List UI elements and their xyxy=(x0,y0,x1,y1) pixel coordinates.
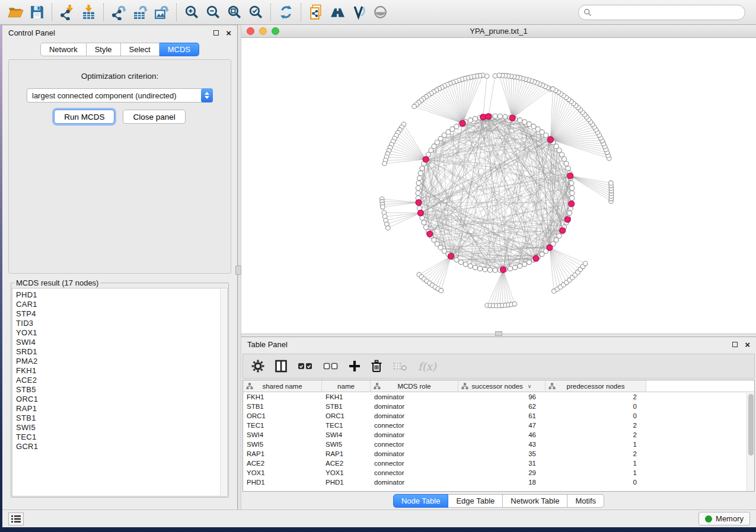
search-input[interactable] xyxy=(595,8,740,17)
cell-MCDS-role: connector xyxy=(371,469,458,476)
network-titlebar[interactable]: YPA_prune.txt_1 xyxy=(241,25,756,38)
tab-style[interactable]: Style xyxy=(87,43,121,56)
tab-motifs[interactable]: Motifs xyxy=(567,494,604,508)
cell-successor-nodes: 96 xyxy=(458,393,546,400)
cell-successor-nodes: 31 xyxy=(458,460,546,467)
table-row[interactable]: SWI5SWI5connector431 xyxy=(243,440,754,449)
deselect-all-rows-button[interactable] xyxy=(323,361,339,371)
add-column-button[interactable] xyxy=(349,360,361,372)
cell-name: ORC1 xyxy=(322,412,371,419)
toolbar-separator xyxy=(103,4,104,21)
memory-button[interactable]: Memory xyxy=(698,512,750,525)
splitter-grip[interactable] xyxy=(495,331,502,336)
cell-successor-nodes: 43 xyxy=(458,441,546,448)
mcds-result-item[interactable]: SRD1 xyxy=(16,347,227,357)
export-table-button[interactable] xyxy=(129,2,151,23)
scrollbar-thumb[interactable] xyxy=(748,394,754,456)
table-row[interactable]: PHD1PHD1dominator180 xyxy=(243,477,754,487)
export-network-button[interactable] xyxy=(108,2,129,23)
toolbar-separator xyxy=(301,4,301,21)
search-field[interactable] xyxy=(578,5,745,20)
column-header-predecessor-nodes[interactable]: predecessor nodes xyxy=(546,380,646,392)
table-row[interactable]: ACE2ACE2connector311 xyxy=(243,459,754,468)
cell-name: ACE2 xyxy=(322,460,371,467)
mcds-result-item[interactable]: ACE2 xyxy=(16,376,227,385)
import-table-icon xyxy=(81,4,97,20)
table-row[interactable]: TEC1TEC1connector472 xyxy=(243,421,754,430)
table-header-row: shared namenameMCDS rolesuccessor nodes∨… xyxy=(243,380,754,392)
mcds-result-item[interactable]: CAR1 xyxy=(16,300,227,309)
mcds-result-item[interactable]: TEC1 xyxy=(16,432,227,442)
table-scrollbar[interactable] xyxy=(747,393,754,491)
new-network-from-selection-button[interactable] xyxy=(305,2,327,23)
show-hide-button[interactable] xyxy=(369,2,391,23)
table-row[interactable]: FKH1FKH1dominator962 xyxy=(243,392,754,402)
zoom-out-button[interactable] xyxy=(202,2,224,23)
horizontal-splitter[interactable] xyxy=(241,334,756,337)
column-header-shared-name[interactable]: shared name xyxy=(243,380,322,392)
mcds-result-item[interactable]: TID3 xyxy=(16,319,227,328)
select-all-rows-button[interactable] xyxy=(298,361,313,371)
close-panel-button[interactable]: Close panel xyxy=(123,110,185,124)
column-header-name[interactable]: name xyxy=(322,380,371,392)
close-panel-icon[interactable]: × xyxy=(226,30,231,36)
table-row[interactable]: RAP1RAP1dominator352 xyxy=(243,449,754,459)
mcds-result-item[interactable]: PMA2 xyxy=(16,357,227,366)
mcds-result-item[interactable]: PHD1 xyxy=(16,290,227,300)
mcds-result-item[interactable]: STP4 xyxy=(16,309,227,319)
network-graph[interactable] xyxy=(241,38,756,334)
apply-style-button[interactable] xyxy=(348,2,369,23)
tab-network-table[interactable]: Network Table xyxy=(503,494,567,508)
table-row[interactable]: YOX1YOX1connector291 xyxy=(243,468,754,477)
float-panel-icon[interactable] xyxy=(732,342,738,347)
tab-node-table[interactable]: Node Table xyxy=(393,494,449,508)
zoom-in-button[interactable] xyxy=(181,2,202,23)
optimization-criterion-select[interactable]: largest connected component (undirected) xyxy=(27,88,213,102)
mcds-result-item[interactable]: STB1 xyxy=(16,414,227,423)
run-mcds-button[interactable]: Run MCDS xyxy=(54,110,114,124)
splitter-grip[interactable] xyxy=(235,265,241,275)
mcds-result-item[interactable]: RAP1 xyxy=(16,404,227,414)
mcds-result-item[interactable]: SWI4 xyxy=(16,338,227,347)
tab-mcds[interactable]: MCDS xyxy=(160,43,199,56)
table-row[interactable]: ORC1ORC1dominator610 xyxy=(243,411,754,421)
import-network-button[interactable] xyxy=(56,2,78,23)
mcds-result-item[interactable]: ORC1 xyxy=(16,395,227,404)
cell-successor-nodes: 35 xyxy=(458,450,546,457)
zoom-fit-button[interactable] xyxy=(224,2,245,23)
table-row[interactable]: STB1STB1dominator620 xyxy=(243,402,754,411)
save-session-button[interactable] xyxy=(26,2,47,23)
export-image-button[interactable] xyxy=(151,2,172,23)
refresh-button[interactable] xyxy=(275,2,296,23)
mcds-result-list[interactable]: PHD1CAR1STP4TID3YOX1SWI4SRD1PMA2FKH1ACE2… xyxy=(12,288,228,496)
tab-network[interactable]: Network xyxy=(40,43,87,56)
table-row[interactable]: SWI4SWI4dominator462 xyxy=(243,430,754,440)
tab-edge-table[interactable]: Edge Table xyxy=(448,494,503,508)
task-history-button[interactable] xyxy=(8,512,24,525)
open-file-button[interactable] xyxy=(5,2,26,23)
close-panel-icon[interactable]: × xyxy=(745,342,750,348)
import-table-button[interactable] xyxy=(78,2,99,23)
zoom-fit-icon xyxy=(227,4,243,20)
column-header-MCDS-role[interactable]: MCDS role xyxy=(371,380,458,392)
column-type-icon xyxy=(548,383,556,391)
mcds-result-item[interactable]: YOX1 xyxy=(16,328,227,338)
delete-column-button[interactable] xyxy=(371,360,382,373)
float-panel-icon[interactable] xyxy=(213,30,219,36)
mcds-list-scrollbar[interactable] xyxy=(220,289,227,495)
zoom-selected-button[interactable] xyxy=(245,2,266,23)
table-settings-button[interactable] xyxy=(251,360,264,373)
mcds-result-item[interactable]: SWI5 xyxy=(16,423,227,432)
mcds-result-item[interactable]: FKH1 xyxy=(16,366,227,376)
column-label: name xyxy=(337,383,355,390)
column-header-successor-nodes[interactable]: successor nodes∨ xyxy=(458,380,546,392)
mcds-result-group: MCDS result (17 nodes) PHD1CAR1STP4TID3Y… xyxy=(11,278,229,498)
mcds-result-item[interactable]: STB5 xyxy=(16,385,227,395)
tab-select[interactable]: Select xyxy=(121,43,160,56)
first-neighbors-button[interactable] xyxy=(327,2,348,23)
zoom-selected-icon xyxy=(248,4,264,20)
network-canvas[interactable] xyxy=(241,38,756,334)
show-columns-button[interactable] xyxy=(275,360,288,373)
vertical-splitter[interactable] xyxy=(237,25,241,509)
mcds-result-item[interactable]: GCR1 xyxy=(16,442,227,451)
